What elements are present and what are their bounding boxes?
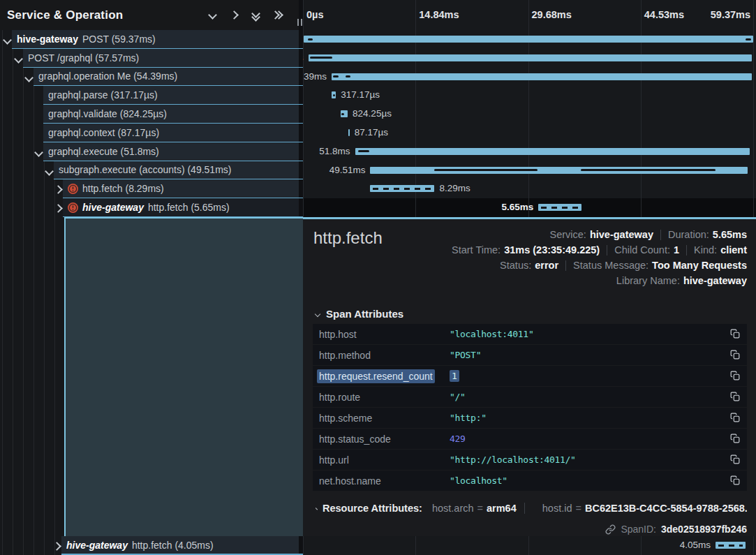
span-bar[interactable] [332,91,336,98]
tree-row[interactable]: graphql.operation Me (54.39ms) [0,68,303,87]
meta-key: Status Message: [573,260,648,271]
resize-handle-icon[interactable] [297,19,302,26]
tree-row[interactable]: graphql.context (87.17µs) [0,124,303,142]
span-attributes-section-toggle[interactable]: Span Attributes [316,308,403,320]
copy-icon[interactable] [730,392,741,403]
copy-icon[interactable] [730,350,741,361]
span-name-label: subgraph.execute (accounts) (49.51ms) [59,164,231,175]
child-span-mark [333,94,335,96]
collapse-chevron-icon[interactable] [45,167,54,176]
tree-row[interactable]: hive-gatewayPOST (59.37ms) [0,30,303,49]
child-span-mark [310,57,332,59]
timeline-row[interactable]: 59.37ms [303,30,756,49]
meta-key: Service: [550,229,586,240]
tree-row[interactable]: subgraph.execute (accounts) (49.51ms) [0,161,303,180]
expand-chevron-icon[interactable] [54,204,63,213]
meta-value: 31ms (23:35:49.225) [504,244,600,256]
timeline-row[interactable]: 51.8ms [303,142,756,161]
tree-row[interactable]: hive-gatewayhttp.fetch (4.05ms) [0,536,303,555]
service-name: hive-gateway [66,540,128,551]
timeline-row[interactable]: 54.39ms [303,68,756,87]
meta-key: Duration: [668,229,709,240]
span-bar[interactable] [370,185,434,192]
timeline-row[interactable]: 4.05ms [303,536,756,555]
expand-all-icon[interactable] [272,10,282,20]
resource-value: arm64 [487,503,517,514]
duration-label: 57.57ms [303,52,304,63]
link-icon[interactable] [605,524,616,535]
child-span-mark [333,75,339,77]
attribute-key: http.route [319,392,360,403]
timeline-row[interactable]: 8.29ms [303,179,756,198]
span-bar[interactable] [332,73,752,80]
collapse-chevron-icon[interactable] [24,73,34,82]
attribute-row: http.url"http://localhost:4011/" [313,450,747,470]
expand-chevron-icon[interactable] [54,186,63,195]
attribute-value: "localhost" [450,475,507,486]
duration-label: 317.17µs [341,89,380,100]
attribute-value: "http://localhost:4011/" [450,454,576,465]
collapse-chevron-icon[interactable] [14,54,23,64]
tree-header: Service & Operation [0,0,299,30]
detail-meta-line: Service:hive-gatewayDuration:5.65ms [452,227,747,242]
span-bar[interactable] [304,36,753,43]
span-name-label: graphql.context (87.17µs) [48,127,159,138]
collapse-chevron-icon[interactable] [3,36,12,45]
collapse-one-icon[interactable] [207,10,217,20]
equals-sign: = [477,503,483,514]
timeline-row[interactable]: 824.25µs [303,105,756,124]
child-span-mark [746,38,751,40]
timeline-row[interactable]: 49.51ms [303,161,756,180]
span-bar[interactable] [538,204,581,211]
attribute-key: http.status_code [319,434,391,445]
tree-row[interactable]: graphql.validate (824.25µs) [0,105,303,124]
resource-attributes-section-toggle[interactable]: Resource Attributes: host.arch=arm64host… [316,503,747,514]
collapse-all-icon[interactable] [251,10,260,20]
tree-row[interactable]: POST /graphql (57.57ms) [0,49,303,68]
meta-separator [660,230,661,240]
attribute-row: http.request.resend_count1 [313,366,747,386]
copy-icon[interactable] [730,413,741,424]
tree-row[interactable]: graphql.execute (51.8ms) [0,142,303,161]
span-id-value: 3de02518937fb246 [661,524,747,535]
duration-label: 87.17µs [355,127,388,138]
expand-chevron-icon[interactable] [52,542,61,551]
tree-row[interactable]: graphql.parse (317.17µs) [0,86,303,105]
span-id-label: SpanID: [621,524,656,535]
copy-icon[interactable] [730,475,741,487]
timeline-row[interactable]: 87.17µs [303,124,756,142]
meta-separator [565,260,566,271]
child-span-mark [308,38,313,40]
meta-key: Status: [500,260,531,271]
span-bar[interactable] [341,110,348,117]
copy-icon[interactable] [730,371,741,382]
span-attributes-label: Span Attributes [326,308,403,320]
timeline-row[interactable]: 57.57ms [303,49,756,68]
selected-span-expansion [64,217,303,536]
span-name-label: graphql.validate (824.25µs) [48,108,167,119]
span-bar[interactable] [348,129,350,136]
timeline-row[interactable]: 5.65ms [303,198,756,217]
tree-row-content: graphql.execute (51.8ms) [48,142,159,161]
span-bar[interactable] [370,167,748,174]
attribute-value: "http:" [450,413,487,423]
ruler-tick: 59.37ms [711,9,750,20]
span-bar[interactable] [355,148,750,155]
copy-icon[interactable] [730,434,741,445]
span-name-label: http.fetch (4.05ms) [132,540,214,551]
child-span-mark [346,75,351,77]
span-name-label: http.fetch (5.65ms) [148,202,230,213]
copy-icon[interactable] [730,329,741,340]
timeline-row[interactable]: 317.17µs [303,86,756,105]
attribute-key: http.host [319,329,357,340]
meta-key: Start Time: [452,244,501,256]
span-bar[interactable] [716,542,746,549]
span-bar[interactable] [309,54,753,61]
tree-row[interactable]: http.fetch (8.29ms) [0,179,303,198]
copy-icon[interactable] [730,454,741,466]
tree-row[interactable]: hive-gatewayhttp.fetch (5.65ms) [0,198,303,217]
tree-row-content: hive-gatewayhttp.fetch (4.05ms) [66,536,214,554]
collapse-chevron-icon[interactable] [34,148,43,157]
ruler-tick: 44.53ms [644,9,684,20]
expand-one-icon[interactable] [229,10,239,20]
